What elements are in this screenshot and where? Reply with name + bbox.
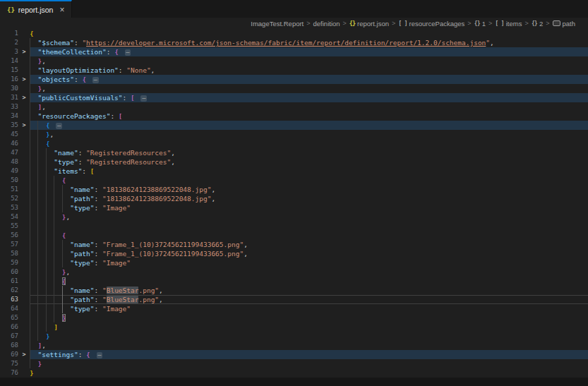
breadcrumb-item[interactable]: {}1 bbox=[474, 20, 486, 28]
breadcrumb-item[interactable]: [ ]resourcePackages bbox=[398, 20, 464, 28]
close-icon[interactable]: × bbox=[59, 6, 64, 14]
code-line[interactable]: 66] bbox=[0, 322, 588, 332]
indent-guide bbox=[46, 267, 54, 277]
code-token: { bbox=[114, 48, 122, 56]
line-number[interactable]: 33 bbox=[0, 102, 18, 111]
code-line[interactable]: 60}, bbox=[0, 267, 588, 277]
code-line[interactable]: 14}, bbox=[0, 56, 588, 66]
fold-chevron-icon[interactable]: > bbox=[18, 47, 30, 56]
line-number[interactable]: 55 bbox=[0, 222, 18, 231]
line-number[interactable]: 56 bbox=[0, 231, 18, 240]
line-number[interactable]: 67 bbox=[0, 332, 18, 341]
breadcrumb-item[interactable]: ImageTest.Report bbox=[251, 20, 304, 28]
editor[interactable]: 1{2"$schema": "https://developer.microso… bbox=[0, 29, 588, 378]
indent-guide bbox=[30, 47, 37, 56]
line-number[interactable]: 48 bbox=[0, 157, 18, 167]
code-line[interactable]: 52"path": "181386241238869522048.jpg", bbox=[0, 194, 588, 203]
line-number[interactable]: 54 bbox=[0, 212, 18, 222]
fold-chevron-icon[interactable]: > bbox=[18, 350, 30, 359]
code-line[interactable]: 1{ bbox=[0, 29, 588, 38]
code-line[interactable]: 68], bbox=[0, 341, 588, 350]
code-line[interactable]: 47"name": "RegisteredResources", bbox=[0, 148, 588, 157]
code-line[interactable]: 50{ bbox=[0, 176, 588, 185]
code-line[interactable]: 35>{ ⋯ bbox=[0, 121, 588, 130]
code-line[interactable]: 75} bbox=[0, 359, 588, 368]
code-line[interactable]: 16>"objects": { ⋯ bbox=[0, 75, 588, 84]
line-number[interactable]: 45 bbox=[0, 130, 18, 139]
code-line[interactable]: 58"path": "Frame_1_(10)37245621199433665… bbox=[0, 249, 588, 258]
line-number[interactable]: 16 bbox=[0, 75, 18, 84]
line-number[interactable]: 35 bbox=[0, 121, 18, 130]
code-line[interactable]: 45}, bbox=[0, 130, 588, 139]
breadcrumb-item[interactable]: [ ]items bbox=[495, 20, 522, 28]
line-number[interactable]: 2 bbox=[0, 38, 18, 47]
line-number[interactable]: 61 bbox=[0, 277, 18, 286]
code-line[interactable]: 53"type": "Image" bbox=[0, 203, 588, 212]
line-number[interactable]: 50 bbox=[0, 176, 18, 185]
line-number[interactable]: 57 bbox=[0, 240, 18, 249]
line-number[interactable]: 3 bbox=[0, 47, 18, 56]
code-line[interactable]: 51"name": "181386241238869522048.jpg", bbox=[0, 185, 588, 194]
code-line[interactable]: 30}, bbox=[0, 84, 588, 93]
line-number[interactable]: 68 bbox=[0, 341, 18, 350]
code-line[interactable]: 62"name": "BlueStar.png", bbox=[0, 286, 588, 295]
code-line[interactable]: 3>"themeCollection": { ⋯ bbox=[0, 47, 588, 56]
line-number[interactable]: 64 bbox=[0, 304, 18, 313]
line-number[interactable]: 76 bbox=[0, 368, 18, 378]
code-line[interactable]: 65} bbox=[0, 313, 588, 322]
line-number[interactable]: 51 bbox=[0, 185, 18, 194]
line-number[interactable]: 65 bbox=[0, 313, 18, 322]
line-number[interactable]: 63 bbox=[0, 295, 18, 304]
line-number[interactable]: 58 bbox=[0, 249, 18, 258]
breadcrumb-item[interactable]: definition bbox=[313, 20, 340, 28]
line-number[interactable]: 53 bbox=[0, 203, 18, 212]
breadcrumb-item[interactable]: path bbox=[553, 20, 576, 28]
code-line[interactable]: 63"path": "BlueStar.png", bbox=[0, 295, 588, 304]
fold-chevron-icon[interactable]: > bbox=[18, 121, 30, 130]
line-number[interactable]: 66 bbox=[0, 322, 18, 332]
fold-chevron-icon bbox=[18, 332, 30, 341]
tab-report-json[interactable]: {} report.json × bbox=[0, 0, 72, 18]
code-line[interactable]: 56{ bbox=[0, 231, 588, 240]
code-line[interactable]: 64"type": "Image" bbox=[0, 304, 588, 313]
line-number[interactable]: 52 bbox=[0, 194, 18, 203]
breadcrumb-item[interactable]: {}2 bbox=[532, 20, 544, 28]
fold-chevron-icon[interactable]: > bbox=[18, 93, 30, 102]
line-number[interactable]: 46 bbox=[0, 139, 18, 148]
breadcrumb-item[interactable]: {}report.json bbox=[349, 20, 389, 28]
code-line[interactable]: 2"$schema": "https://developer.microsoft… bbox=[0, 38, 588, 47]
line-number[interactable]: 59 bbox=[0, 258, 18, 267]
code-line[interactable]: 69>"settings": { ⋯ bbox=[0, 350, 588, 359]
code-line[interactable]: 31>"publicCustomVisuals": [ ⋯ bbox=[0, 93, 588, 102]
line-number[interactable]: 60 bbox=[0, 267, 18, 277]
code-line[interactable]: 59"type": "Image" bbox=[0, 258, 588, 267]
fold-chevron-icon[interactable]: > bbox=[18, 75, 30, 84]
code-line[interactable]: 54}, bbox=[0, 212, 588, 222]
line-number[interactable]: 34 bbox=[0, 111, 18, 121]
line-number[interactable]: 14 bbox=[0, 56, 18, 66]
code-line[interactable]: 67} bbox=[0, 332, 588, 341]
fold-chevron-icon bbox=[18, 277, 30, 286]
code-line[interactable]: 48"type": "RegisteredResources", bbox=[0, 157, 588, 167]
code-line[interactable]: 57"name": "Frame_1_(10)37245621199433665… bbox=[0, 240, 588, 249]
line-number[interactable]: 31 bbox=[0, 93, 18, 102]
code-line[interactable]: 55 bbox=[0, 222, 588, 231]
line-number[interactable]: 49 bbox=[0, 167, 18, 176]
line-number[interactable]: 15 bbox=[0, 66, 18, 75]
breadcrumb-label: items bbox=[506, 20, 522, 28]
code-line[interactable]: 76} bbox=[0, 368, 588, 378]
line-number[interactable]: 62 bbox=[0, 286, 18, 295]
code-area: 1{2"$schema": "https://developer.microso… bbox=[0, 29, 588, 378]
line-number[interactable]: 1 bbox=[0, 29, 18, 38]
line-number[interactable]: 30 bbox=[0, 84, 18, 93]
line-number[interactable]: 47 bbox=[0, 148, 18, 157]
code-line[interactable]: 33], bbox=[0, 102, 588, 111]
code-line[interactable]: 15"layoutOptimization": "None", bbox=[0, 66, 588, 75]
code-line[interactable]: 49"items": [ bbox=[0, 167, 588, 176]
code-line[interactable]: 46{ bbox=[0, 139, 588, 148]
code-line[interactable]: 34"resourcePackages": [ bbox=[0, 111, 588, 121]
line-number[interactable]: 75 bbox=[0, 359, 18, 368]
line-number[interactable]: 69 bbox=[0, 350, 18, 359]
breadcrumb-label: 1 bbox=[482, 20, 486, 28]
code-line[interactable]: 61{ bbox=[0, 277, 588, 286]
